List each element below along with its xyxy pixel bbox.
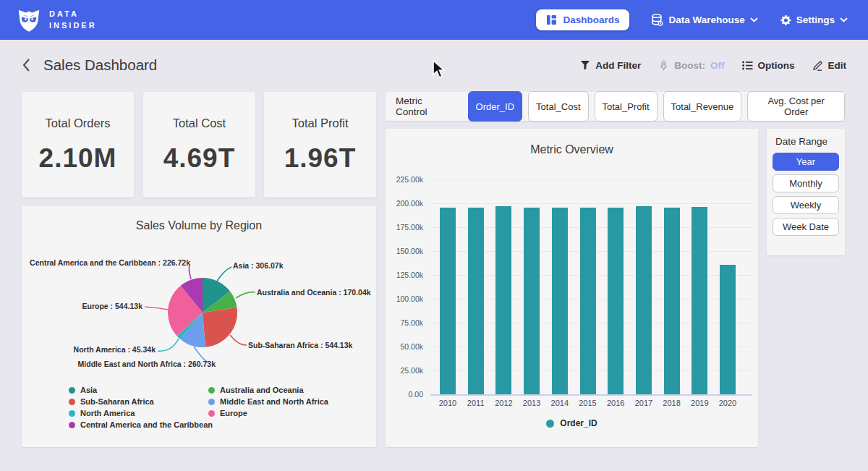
pie-leader-line	[236, 292, 255, 298]
x-axis-tick: 2019	[685, 399, 714, 407]
legend-dot	[69, 387, 75, 394]
pie-legend-north-america[interactable]: North America	[69, 409, 135, 417]
date-range-week-date-button[interactable]: Week Date	[773, 218, 839, 236]
pie-label-middle-east-and-north-africa: Middle East and North Africa : 260.73k	[78, 360, 216, 368]
bar-2015[interactable]	[580, 208, 596, 394]
options-label: Options	[758, 60, 795, 71]
metric-chip-total-cost[interactable]: Total_Cost	[528, 91, 588, 122]
pie-leader-line	[230, 335, 247, 345]
y-axis-tick: 150.00k	[387, 247, 423, 255]
pie-leader-line	[216, 267, 231, 282]
x-axis-tick: 2011	[461, 399, 490, 407]
pie-leader-line	[189, 265, 191, 279]
metric-chip-total-revenue[interactable]: Total_Revenue	[663, 91, 742, 122]
bar-2016[interactable]	[608, 208, 624, 394]
metric-chip-avg-cost-per-order[interactable]: Avg. Cost per Order	[747, 91, 845, 122]
dashboard-toolbar: Add Filter Boost: Off Options	[580, 60, 846, 71]
add-filter-button[interactable]: Add Filter	[580, 60, 641, 71]
bar-2018[interactable]	[664, 208, 680, 394]
pie-legend-middle-east-and-north-africa[interactable]: Middle East and North Africa	[208, 397, 328, 406]
brand-text: DATA INSIDER	[49, 9, 97, 32]
bar-2011[interactable]	[468, 208, 484, 394]
pie-label-central-america-and-the-caribbean: Central America and the Caribbean : 226.…	[30, 258, 190, 267]
top-nav: DATA INSIDER Dashboards	[0, 0, 868, 40]
x-axis-tick: 2014	[545, 399, 574, 407]
pie-leader-line	[158, 339, 179, 351]
boost-toggle[interactable]: Boost: Off	[658, 60, 724, 71]
bar-2012[interactable]	[495, 206, 511, 394]
metric-chip-order-id[interactable]: Order_ID	[468, 91, 522, 122]
pie-legend-australia-and-oceania[interactable]: Australia and Oceania	[208, 386, 304, 394]
kpi-label: Total Orders	[46, 116, 111, 130]
edit-button[interactable]: Edit	[812, 60, 847, 71]
legend-dot	[546, 420, 554, 428]
bar-chart-title: Metric Overview	[386, 143, 758, 156]
pie-label-asia: Asia : 306.07k	[233, 261, 283, 270]
date-range-year-button[interactable]: Year	[773, 153, 839, 171]
pie-leader-line	[145, 307, 169, 310]
brand-line1: DATA	[49, 9, 97, 20]
date-range-weekly-button[interactable]: Weekly	[773, 196, 839, 214]
brand-line2: INSIDER	[49, 20, 97, 32]
legend-label: Australia and Oceania	[220, 386, 304, 394]
legend-dot	[208, 410, 215, 417]
pie-label-sub-saharan-africa: Sub-Saharan Africa : 544.13k	[248, 341, 352, 349]
bar-2020[interactable]	[720, 265, 736, 394]
kpi-card-total-profit: Total Profit1.96T	[264, 92, 376, 198]
legend-dot	[208, 399, 215, 405]
metric-overview-chart: Metric Overview 225.00k200.00k175.00k150…	[386, 129, 758, 447]
pie-slice-sub-saharan-africa[interactable]	[203, 307, 237, 347]
filter-icon	[580, 60, 590, 70]
bar-2013[interactable]	[524, 208, 540, 394]
pie-legend-europe[interactable]: Europe	[208, 409, 247, 417]
kpi-value: 1.96T	[284, 143, 357, 174]
pie-legend-central-america-and-the-caribbean[interactable]: Central America and the Caribbean	[69, 420, 213, 429]
pie-label-europe: Europe : 544.13k	[82, 302, 142, 310]
owl-logo-icon	[16, 7, 42, 33]
bar-2014[interactable]	[552, 208, 568, 394]
metric-chip-group: Order_IDTotal_CostTotal_ProfitTotal_Reve…	[468, 91, 845, 122]
bar-chart-legend[interactable]: Order_ID	[386, 418, 758, 428]
legend-dot	[208, 387, 215, 394]
nav-data-warehouse-button[interactable]: Data Warehouse	[651, 14, 757, 26]
nav-dashboards-button[interactable]: Dashboards	[536, 9, 629, 30]
bar-2017[interactable]	[636, 206, 652, 394]
legend-label: Sub-Saharan Africa	[80, 397, 154, 406]
legend-label: Europe	[220, 409, 247, 417]
options-button[interactable]: Options	[742, 60, 795, 71]
gridline	[430, 394, 752, 396]
gridline	[430, 203, 752, 204]
metric-chip-total-profit[interactable]: Total_Profit	[595, 91, 658, 122]
bar-2010[interactable]	[440, 208, 456, 394]
pie-legend-asia[interactable]: Asia	[69, 386, 97, 394]
y-axis-tick: 200.00k	[387, 199, 423, 208]
x-axis-tick: 2012	[489, 399, 518, 407]
x-axis-tick: 2015	[574, 399, 603, 407]
date-range-monthly-button[interactable]: Monthly	[773, 174, 839, 192]
y-axis-tick: 25.00k	[387, 366, 423, 375]
options-list-icon	[742, 61, 753, 70]
back-button[interactable]	[22, 58, 30, 72]
kpi-value: 4.69T	[163, 143, 236, 174]
boost-label: Boost:	[674, 60, 705, 71]
gridline	[430, 179, 752, 180]
gear-icon	[780, 14, 791, 26]
nav-settings-button[interactable]: Settings	[780, 14, 848, 26]
bar-2019[interactable]	[692, 207, 707, 394]
sales-volume-chart: Sales Volume by Region Asia : 306.07kAus…	[22, 206, 376, 447]
edit-label: Edit	[828, 60, 847, 71]
chevron-down-icon	[750, 17, 758, 22]
legend-label: Asia	[80, 386, 97, 394]
x-axis-tick: 2010	[433, 399, 462, 407]
y-axis-tick: 75.00k	[387, 318, 423, 327]
page-header: Sales Dashboard Add Filter Boost: Off	[0, 51, 868, 80]
pie-legend-sub-saharan-africa[interactable]: Sub-Saharan Africa	[69, 397, 154, 406]
y-axis-tick: 50.00k	[387, 342, 423, 351]
metric-control-panel: Metric Control Order_IDTotal_CostTotal_P…	[386, 92, 845, 121]
y-axis-tick: 175.00k	[387, 223, 423, 232]
chevron-left-icon	[22, 58, 30, 72]
legend-dot	[69, 422, 75, 428]
pencil-icon	[812, 60, 823, 71]
date-range-panel: Date Range YearMonthlyWeeklyWeek Date	[767, 129, 845, 255]
app: DATA INSIDER Dashboards	[0, 0, 868, 471]
